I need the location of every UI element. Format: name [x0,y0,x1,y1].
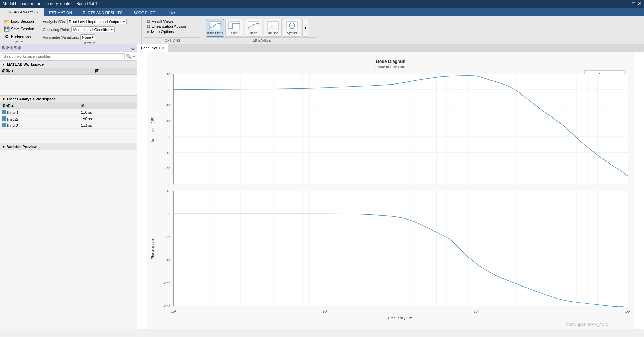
nyquist-label: Nyquist [287,31,297,35]
preferences-label: Preferences [11,34,31,38]
linearize-more-button[interactable]: ▾ [302,19,308,37]
bode-plot-1-button[interactable]: Bode Plot 1 [206,19,224,37]
nyquist-button[interactable]: Nyquist [283,19,301,37]
matlab-col-value: 值 [93,68,137,75]
linearization-advisor-item[interactable]: ☐ Linearization Advisor [147,24,197,29]
impulse-icon [267,21,279,31]
collapse-linear-icon: ▼ [2,97,5,101]
nyquist-icon [286,21,298,31]
tab-strip: Bode Plot 1 ✕ [137,44,644,52]
variable-preview-section[interactable]: ▼ Variable Preview [0,143,137,150]
more-options-item[interactable]: ⊕ More Options [147,30,197,34]
load-icon: 📂 [4,19,10,24]
matlab-workspace-header[interactable]: ▼ MATLAB Workspace [0,61,137,68]
analysis-ios-row: Analysis I/Os: Root Level Imports and Ou… [41,18,138,25]
svg-text:0: 0 [168,88,170,92]
svg-text:45: 45 [167,189,170,193]
search-more-icon[interactable]: ▾ [133,54,135,59]
row-icon [2,110,6,114]
sidebar-expand-btn[interactable]: ⊕ [131,45,135,51]
svg-text:-90: -90 [166,258,171,262]
save-icon: 💾 [4,26,10,32]
bode-button[interactable]: Bode [245,19,262,37]
param-variations-dropdown[interactable]: None ▾ [80,34,95,40]
operating-point-label: Operating Point: [43,27,70,32]
list-item[interactable]: linsys1 1x0 ss [0,109,137,116]
chart-subtitle: From: In1 To: Out1 [375,65,406,69]
analysis-ios-chevron: ▾ [123,19,125,24]
sidebar: 数据浏览器 ⊕ 🔍 ▾ ▼ MATLAB Workspace 名称 ▲ 值 [0,44,137,329]
svg-text:-10: -10 [166,103,171,107]
file-buttons: 📂 Load Session 💾 Save Session ⚙ Preferen… [3,18,35,40]
svg-text:0: 0 [168,212,170,216]
row-name: linsys3 [0,122,79,129]
window-controls[interactable]: ─ □ ✕ [627,1,641,7]
load-session-button[interactable]: 📂 Load Session [3,18,35,25]
list-item[interactable]: linsys2 1x0 ss [0,116,137,122]
tab-plots-results[interactable]: PLOTS AND RESULTS [78,9,128,16]
result-viewer-item[interactable]: ☐ Result Viewer [147,19,197,23]
search-input[interactable] [2,53,125,59]
operating-point-dropdown[interactable]: Model Initial Condition ▾ [71,26,115,32]
x-axis-label: Frequency (Hz) [388,316,414,320]
tab-view[interactable]: 视图 [163,9,182,16]
analysis-ios-value: Root Level Imports and Outputs [69,20,122,24]
tab-linear-analysis[interactable]: LINEAR ANALYSIS [0,8,44,16]
svg-text:10³: 10³ [474,310,479,313]
pv-chevron: ▾ [92,35,94,40]
matlab-col-name[interactable]: 名称 ▲ [0,68,93,75]
ribbon-section-setup: Analysis I/Os: Root Level Imports and Ou… [38,16,142,44]
linearize-buttons: Bode Plot 1 Step Bode [206,18,317,37]
linear-analysis-workspace-header[interactable]: ▼ Linear Analysis Workspace [0,96,137,102]
impulse-label: Impulse [268,31,279,35]
svg-text:10⁴: 10⁴ [625,310,630,313]
linear-col-name[interactable]: 名称 ▲ [0,102,79,109]
linear-analysis-workspace-label: Linear Analysis Workspace [7,97,56,101]
bode-plot-tab[interactable]: Bode Plot 1 ✕ [137,44,168,52]
operating-point-value: Model Initial Condition [73,27,110,32]
search-icon[interactable]: 🔍 [126,54,132,59]
svg-rect-0 [210,22,221,30]
result-viewer-checkbox: ☐ [147,20,150,23]
close-btn[interactable]: ✕ [637,1,641,7]
maximize-btn[interactable]: □ [632,1,635,7]
svg-text:10¹: 10¹ [171,310,176,313]
row-value: 1x0 ss [79,116,137,122]
svg-text:10: 10 [167,72,170,76]
tab-close-button[interactable]: ✕ [162,46,165,50]
matlab-workspace-label: MATLAB Workspace [7,62,44,66]
preferences-button[interactable]: ⚙ Preferences [3,33,35,40]
phase-plot-area [174,191,628,306]
step-button[interactable]: Step [225,19,243,37]
step-label: Step [231,31,238,35]
linear-analysis-workspace-section: ▼ Linear Analysis Workspace 名称 ▲ 值 linsy… [0,96,137,143]
prefs-icon: ⚙ [4,34,10,39]
chart-area: Bode Diagram From: In1 To: Out1 linsys3 [137,52,644,329]
linear-col-value: 值 [79,102,137,109]
impulse-button[interactable]: Impulse [264,19,282,37]
list-item[interactable]: linsys3 1x1 ss [0,122,137,129]
minimize-btn[interactable]: ─ [627,1,630,7]
ribbon-section-options: ☐ Result Viewer ☐ Linearization Advisor … [142,16,203,44]
window-title: Model Linearizer - anticipatory_control … [3,1,98,6]
save-session-button[interactable]: 💾 Save Session [3,25,35,32]
lin-advisor-label: Linearization Advisor [151,24,187,29]
setup-content: Analysis I/Os: Root Level Imports and Ou… [41,18,138,41]
row-name: linsys1 [0,109,79,116]
param-variations-value: None [82,35,91,40]
tab-estimation[interactable]: ESTIMATION [44,9,77,16]
options-section-label: OPTIONS [144,37,200,42]
tab-bode-plot-1[interactable]: BODE PLOT 1 [128,9,163,16]
variable-preview-label: Variable Preview [7,145,37,149]
svg-rect-3 [267,22,278,30]
sidebar-search-bar: 🔍 ▾ [0,52,137,61]
analysis-ios-dropdown[interactable]: Root Level Imports and Outputs ▾ [67,19,127,24]
bode-chart-svg: Bode Diagram From: In1 To: Out1 linsys3 [137,52,644,329]
analysis-ios-label: Analysis I/Os: [43,20,66,24]
svg-text:-30: -30 [166,135,171,139]
ribbon: 📂 Load Session 💾 Save Session ⚙ Preferen… [0,16,644,44]
svg-rect-2 [248,22,259,30]
svg-text:-20: -20 [166,119,171,123]
phase-y-axis-label: Phase (deg) [151,239,155,259]
sidebar-toolbar: 数据浏览器 ⊕ [0,44,137,52]
